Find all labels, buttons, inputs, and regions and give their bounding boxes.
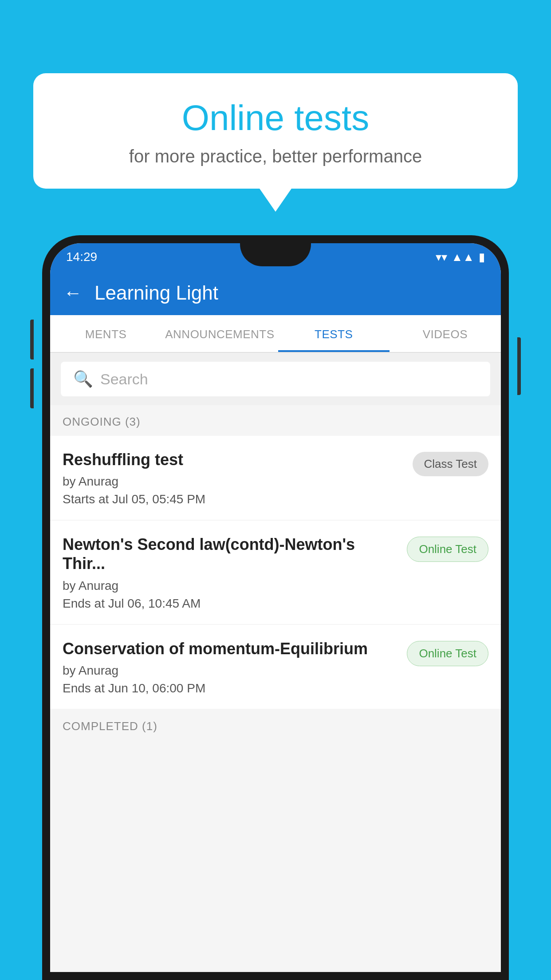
- volume-up-button[interactable]: [30, 320, 34, 360]
- signal-icon: ▲▲: [452, 250, 474, 264]
- class-test-badge: Class Test: [413, 452, 488, 476]
- test-date: Ends at Jun 10, 06:00 PM: [63, 681, 398, 695]
- test-card-newton[interactable]: Newton's Second law(contd)-Newton's Thir…: [50, 521, 501, 624]
- test-card-info: Reshuffling test by Anurag Starts at Jul…: [63, 450, 413, 506]
- test-title: Reshuffling test: [63, 450, 404, 469]
- tabs-container: MENTS ANNOUNCEMENTS TESTS VIDEOS: [50, 315, 501, 353]
- search-container: 🔍 Search: [50, 353, 501, 405]
- phone-frame: 14:29 ▾▾ ▲▲ ▮ ← Learning Light MENTS ANN…: [42, 235, 509, 980]
- test-card-info: Newton's Second law(contd)-Newton's Thir…: [63, 535, 407, 610]
- back-button[interactable]: ←: [63, 282, 82, 304]
- content-area: ONGOING (3) Reshuffling test by Anurag S…: [50, 405, 501, 740]
- test-title: Conservation of momentum-Equilibrium: [63, 639, 398, 658]
- power-button[interactable]: [517, 337, 521, 395]
- tab-announcements[interactable]: ANNOUNCEMENTS: [161, 315, 278, 352]
- phone-screen: 14:29 ▾▾ ▲▲ ▮ ← Learning Light MENTS ANN…: [50, 243, 501, 972]
- battery-icon: ▮: [479, 250, 485, 264]
- test-card-conservation[interactable]: Conservation of momentum-Equilibrium by …: [50, 625, 501, 709]
- app-bar-title: Learning Light: [94, 282, 218, 304]
- speech-bubble: Online tests for more practice, better p…: [33, 73, 518, 189]
- test-card-info: Conservation of momentum-Equilibrium by …: [63, 639, 407, 695]
- test-date: Starts at Jul 05, 05:45 PM: [63, 492, 404, 506]
- tab-tests[interactable]: TESTS: [278, 315, 390, 352]
- test-card-reshuffling[interactable]: Reshuffling test by Anurag Starts at Jul…: [50, 436, 501, 520]
- speech-bubble-title: Online tests: [60, 98, 491, 138]
- test-author: by Anurag: [63, 664, 398, 678]
- test-title: Newton's Second law(contd)-Newton's Thir…: [63, 535, 398, 573]
- volume-down-button[interactable]: [30, 368, 34, 408]
- completed-section-header: COMPLETED (1): [50, 710, 501, 740]
- status-time: 14:29: [66, 250, 97, 264]
- test-author: by Anurag: [63, 474, 404, 489]
- speech-bubble-subtitle: for more practice, better performance: [60, 146, 491, 166]
- tab-ments[interactable]: MENTS: [50, 315, 161, 352]
- wifi-icon: ▾▾: [436, 250, 447, 264]
- notch: [240, 243, 311, 266]
- search-bar[interactable]: 🔍 Search: [61, 362, 490, 396]
- search-icon: 🔍: [73, 370, 93, 388]
- tab-videos[interactable]: VIDEOS: [390, 315, 501, 352]
- online-test-badge-2: Online Test: [407, 641, 488, 666]
- online-test-badge: Online Test: [407, 537, 488, 562]
- test-date: Ends at Jul 06, 10:45 AM: [63, 597, 398, 611]
- status-bar: 14:29 ▾▾ ▲▲ ▮: [50, 243, 501, 271]
- search-placeholder: Search: [100, 371, 148, 388]
- test-author: by Anurag: [63, 579, 398, 593]
- ongoing-section-header: ONGOING (3): [50, 405, 501, 436]
- status-icons: ▾▾ ▲▲ ▮: [436, 250, 485, 264]
- app-bar: ← Learning Light: [50, 271, 501, 315]
